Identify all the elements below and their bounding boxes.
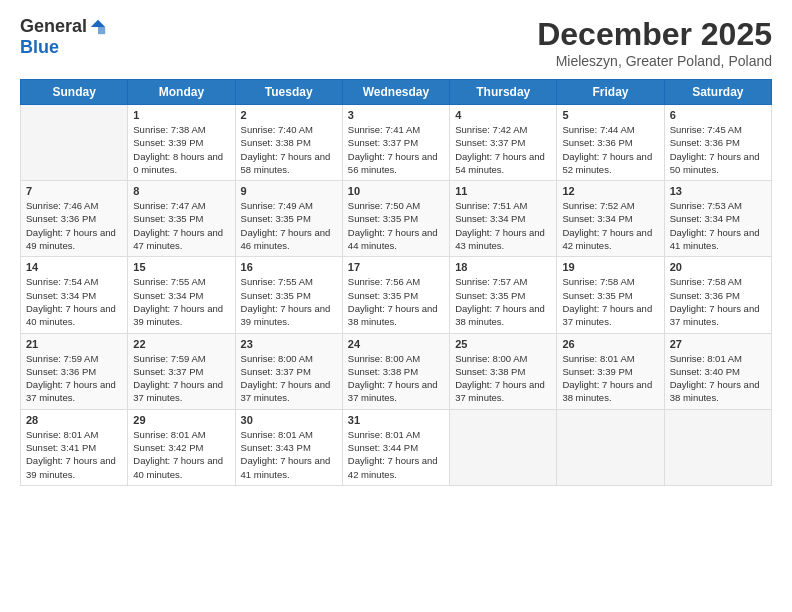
- calendar-day-cell: 14Sunrise: 7:54 AMSunset: 3:34 PMDayligh…: [21, 257, 128, 333]
- day-info: Sunrise: 8:01 AMSunset: 3:40 PMDaylight:…: [670, 352, 766, 405]
- calendar-day-cell: 21Sunrise: 7:59 AMSunset: 3:36 PMDayligh…: [21, 333, 128, 409]
- calendar-week-row: 14Sunrise: 7:54 AMSunset: 3:34 PMDayligh…: [21, 257, 772, 333]
- calendar-day-cell: 19Sunrise: 7:58 AMSunset: 3:35 PMDayligh…: [557, 257, 664, 333]
- calendar-day-cell: 3Sunrise: 7:41 AMSunset: 3:37 PMDaylight…: [342, 105, 449, 181]
- day-number: 15: [133, 261, 229, 273]
- day-number: 30: [241, 414, 337, 426]
- calendar-week-row: 21Sunrise: 7:59 AMSunset: 3:36 PMDayligh…: [21, 333, 772, 409]
- calendar-day-cell: 22Sunrise: 7:59 AMSunset: 3:37 PMDayligh…: [128, 333, 235, 409]
- day-number: 4: [455, 109, 551, 121]
- day-number: 6: [670, 109, 766, 121]
- calendar-day-cell: 29Sunrise: 8:01 AMSunset: 3:42 PMDayligh…: [128, 409, 235, 485]
- day-info: Sunrise: 8:00 AMSunset: 3:38 PMDaylight:…: [348, 352, 444, 405]
- day-info: Sunrise: 7:46 AMSunset: 3:36 PMDaylight:…: [26, 199, 122, 252]
- day-info: Sunrise: 7:59 AMSunset: 3:37 PMDaylight:…: [133, 352, 229, 405]
- calendar-week-row: 28Sunrise: 8:01 AMSunset: 3:41 PMDayligh…: [21, 409, 772, 485]
- calendar-day-cell: [664, 409, 771, 485]
- day-number: 16: [241, 261, 337, 273]
- subtitle: Mieleszyn, Greater Poland, Poland: [537, 53, 772, 69]
- page: General Blue December 2025 Mieleszyn, Gr…: [0, 0, 792, 612]
- calendar-day-cell: 23Sunrise: 8:00 AMSunset: 3:37 PMDayligh…: [235, 333, 342, 409]
- calendar-day-cell: 2Sunrise: 7:40 AMSunset: 3:38 PMDaylight…: [235, 105, 342, 181]
- day-info: Sunrise: 8:01 AMSunset: 3:41 PMDaylight:…: [26, 428, 122, 481]
- logo-general: General: [20, 16, 87, 37]
- day-number: 11: [455, 185, 551, 197]
- day-number: 31: [348, 414, 444, 426]
- calendar-day-cell: 4Sunrise: 7:42 AMSunset: 3:37 PMDaylight…: [450, 105, 557, 181]
- day-info: Sunrise: 7:58 AMSunset: 3:36 PMDaylight:…: [670, 275, 766, 328]
- day-info: Sunrise: 8:01 AMSunset: 3:43 PMDaylight:…: [241, 428, 337, 481]
- calendar-day-cell: 30Sunrise: 8:01 AMSunset: 3:43 PMDayligh…: [235, 409, 342, 485]
- calendar-day-cell: 25Sunrise: 8:00 AMSunset: 3:38 PMDayligh…: [450, 333, 557, 409]
- svg-marker-1: [98, 27, 105, 34]
- day-info: Sunrise: 7:40 AMSunset: 3:38 PMDaylight:…: [241, 123, 337, 176]
- logo: General Blue: [20, 16, 107, 58]
- calendar-day-cell: 24Sunrise: 8:00 AMSunset: 3:38 PMDayligh…: [342, 333, 449, 409]
- day-number: 8: [133, 185, 229, 197]
- day-info: Sunrise: 8:00 AMSunset: 3:38 PMDaylight:…: [455, 352, 551, 405]
- day-info: Sunrise: 7:44 AMSunset: 3:36 PMDaylight:…: [562, 123, 658, 176]
- day-info: Sunrise: 7:42 AMSunset: 3:37 PMDaylight:…: [455, 123, 551, 176]
- day-info: Sunrise: 7:56 AMSunset: 3:35 PMDaylight:…: [348, 275, 444, 328]
- day-number: 7: [26, 185, 122, 197]
- calendar-body: 1Sunrise: 7:38 AMSunset: 3:39 PMDaylight…: [21, 105, 772, 486]
- svg-marker-0: [91, 19, 105, 26]
- calendar-week-row: 1Sunrise: 7:38 AMSunset: 3:39 PMDaylight…: [21, 105, 772, 181]
- day-number: 23: [241, 338, 337, 350]
- day-info: Sunrise: 8:01 AMSunset: 3:39 PMDaylight:…: [562, 352, 658, 405]
- day-info: Sunrise: 7:59 AMSunset: 3:36 PMDaylight:…: [26, 352, 122, 405]
- logo-text: General: [20, 16, 107, 37]
- day-info: Sunrise: 8:00 AMSunset: 3:37 PMDaylight:…: [241, 352, 337, 405]
- day-number: 3: [348, 109, 444, 121]
- calendar-day-cell: 28Sunrise: 8:01 AMSunset: 3:41 PMDayligh…: [21, 409, 128, 485]
- day-of-week-header: Wednesday: [342, 80, 449, 105]
- day-number: 13: [670, 185, 766, 197]
- day-number: 1: [133, 109, 229, 121]
- day-number: 12: [562, 185, 658, 197]
- day-number: 17: [348, 261, 444, 273]
- day-number: 22: [133, 338, 229, 350]
- day-info: Sunrise: 7:47 AMSunset: 3:35 PMDaylight:…: [133, 199, 229, 252]
- calendar-day-cell: 17Sunrise: 7:56 AMSunset: 3:35 PMDayligh…: [342, 257, 449, 333]
- calendar-week-row: 7Sunrise: 7:46 AMSunset: 3:36 PMDaylight…: [21, 181, 772, 257]
- logo-icon: [89, 18, 107, 36]
- calendar-day-cell: 8Sunrise: 7:47 AMSunset: 3:35 PMDaylight…: [128, 181, 235, 257]
- day-info: Sunrise: 7:55 AMSunset: 3:34 PMDaylight:…: [133, 275, 229, 328]
- day-info: Sunrise: 7:51 AMSunset: 3:34 PMDaylight:…: [455, 199, 551, 252]
- day-number: 28: [26, 414, 122, 426]
- calendar-day-cell: 9Sunrise: 7:49 AMSunset: 3:35 PMDaylight…: [235, 181, 342, 257]
- day-of-week-header: Monday: [128, 80, 235, 105]
- calendar-day-cell: 10Sunrise: 7:50 AMSunset: 3:35 PMDayligh…: [342, 181, 449, 257]
- day-of-week-header: Sunday: [21, 80, 128, 105]
- calendar-day-cell: 7Sunrise: 7:46 AMSunset: 3:36 PMDaylight…: [21, 181, 128, 257]
- calendar-day-cell: 26Sunrise: 8:01 AMSunset: 3:39 PMDayligh…: [557, 333, 664, 409]
- calendar-day-cell: 1Sunrise: 7:38 AMSunset: 3:39 PMDaylight…: [128, 105, 235, 181]
- day-number: 20: [670, 261, 766, 273]
- day-number: 25: [455, 338, 551, 350]
- day-info: Sunrise: 7:57 AMSunset: 3:35 PMDaylight:…: [455, 275, 551, 328]
- calendar-day-cell: 13Sunrise: 7:53 AMSunset: 3:34 PMDayligh…: [664, 181, 771, 257]
- calendar-day-cell: [21, 105, 128, 181]
- day-number: 9: [241, 185, 337, 197]
- day-number: 27: [670, 338, 766, 350]
- day-number: 2: [241, 109, 337, 121]
- calendar-day-cell: 6Sunrise: 7:45 AMSunset: 3:36 PMDaylight…: [664, 105, 771, 181]
- main-title: December 2025: [537, 16, 772, 53]
- calendar-day-cell: 16Sunrise: 7:55 AMSunset: 3:35 PMDayligh…: [235, 257, 342, 333]
- day-info: Sunrise: 8:01 AMSunset: 3:44 PMDaylight:…: [348, 428, 444, 481]
- day-info: Sunrise: 7:53 AMSunset: 3:34 PMDaylight:…: [670, 199, 766, 252]
- calendar-day-cell: 15Sunrise: 7:55 AMSunset: 3:34 PMDayligh…: [128, 257, 235, 333]
- day-of-week-header: Saturday: [664, 80, 771, 105]
- calendar-day-cell: 12Sunrise: 7:52 AMSunset: 3:34 PMDayligh…: [557, 181, 664, 257]
- calendar-table: SundayMondayTuesdayWednesdayThursdayFrid…: [20, 79, 772, 486]
- title-block: December 2025 Mieleszyn, Greater Poland,…: [537, 16, 772, 69]
- day-of-week-header: Friday: [557, 80, 664, 105]
- calendar-day-cell: 11Sunrise: 7:51 AMSunset: 3:34 PMDayligh…: [450, 181, 557, 257]
- calendar-day-cell: [557, 409, 664, 485]
- day-of-week-header: Thursday: [450, 80, 557, 105]
- calendar-header-row: SundayMondayTuesdayWednesdayThursdayFrid…: [21, 80, 772, 105]
- day-info: Sunrise: 8:01 AMSunset: 3:42 PMDaylight:…: [133, 428, 229, 481]
- logo-blue: Blue: [20, 37, 59, 58]
- calendar-day-cell: 27Sunrise: 8:01 AMSunset: 3:40 PMDayligh…: [664, 333, 771, 409]
- day-number: 5: [562, 109, 658, 121]
